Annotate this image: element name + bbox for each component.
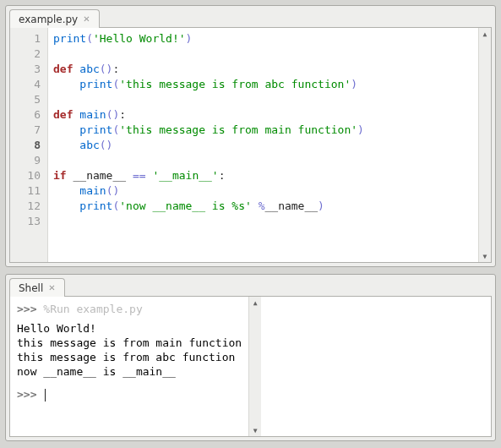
shell-content-wrap: >>> %Run example.py Hello World! this me… xyxy=(9,296,492,437)
editor-tab-label: example.py xyxy=(19,14,78,25)
line-number: 2 xyxy=(14,46,41,62)
code-line: print('this message is from main functio… xyxy=(53,123,473,138)
editor-pane: example.py ✕ 12345678910111213 print('He… xyxy=(5,5,496,267)
shell-scrollbar[interactable]: ▲ ▼ xyxy=(248,297,261,436)
shell-blank xyxy=(17,379,242,387)
code-line: print('now __name__ is %s' %__name__) xyxy=(53,199,473,214)
scroll-up-icon[interactable]: ▲ xyxy=(479,28,491,40)
code-line: print('Hello World!') xyxy=(53,31,473,46)
shell-output[interactable]: >>> %Run example.py Hello World! this me… xyxy=(10,297,248,436)
scroll-down-icon[interactable]: ▼ xyxy=(479,250,491,262)
shell-input-line[interactable]: >>> xyxy=(17,387,242,402)
code-line: def abc(): xyxy=(53,62,473,77)
editor-tabbar: example.py ✕ xyxy=(6,6,495,28)
shell-prompt: >>> xyxy=(17,388,36,401)
line-number: 10 xyxy=(14,168,41,183)
close-icon[interactable]: ✕ xyxy=(83,15,90,24)
close-icon[interactable]: ✕ xyxy=(48,284,55,292)
scroll-down-icon[interactable]: ▼ xyxy=(249,424,261,436)
line-number: 12 xyxy=(14,199,41,214)
shell-tab[interactable]: Shell ✕ xyxy=(9,278,65,297)
line-number: 3 xyxy=(14,62,41,77)
line-number: 9 xyxy=(14,153,41,168)
code-line: abc() xyxy=(53,138,473,153)
line-number: 7 xyxy=(14,123,41,138)
line-number: 1 xyxy=(14,31,41,46)
code-line: print('this message is from abc function… xyxy=(53,77,473,92)
editor-content: 12345678910111213 print('Hello World!') … xyxy=(9,27,492,263)
line-number: 6 xyxy=(14,107,41,123)
line-number: 13 xyxy=(14,214,41,229)
shell-output-line: this message is from main function xyxy=(17,336,242,350)
shell-line: >>> %Run example.py xyxy=(17,302,242,316)
scroll-up-icon[interactable]: ▲ xyxy=(249,297,261,309)
cursor-icon xyxy=(45,389,46,402)
shell-pane: Shell ✕ >>> %Run example.py Hello World!… xyxy=(5,274,496,441)
shell-output-line: this message is from abc function xyxy=(17,350,242,364)
line-number: 8 xyxy=(14,138,41,153)
shell-tabbar: Shell ✕ xyxy=(6,275,495,297)
code-line: if __name__ == '__main__': xyxy=(53,168,473,183)
line-number: 4 xyxy=(14,77,41,92)
code-line xyxy=(53,92,473,107)
editor-tab[interactable]: example.py ✕ xyxy=(9,9,100,28)
editor-scrollbar[interactable]: ▲ ▼ xyxy=(478,28,491,262)
code-line xyxy=(53,214,473,229)
line-number: 11 xyxy=(14,183,41,199)
code-line xyxy=(53,46,473,62)
code-line: def main(): xyxy=(53,107,473,123)
shell-output-line: Hello World! xyxy=(17,321,242,336)
code-line xyxy=(53,153,473,168)
shell-tab-label: Shell xyxy=(19,282,43,294)
shell-output-line: now __name__ is __main__ xyxy=(17,364,242,379)
code-area[interactable]: print('Hello World!') def abc(): print('… xyxy=(48,28,478,262)
code-line: main() xyxy=(53,183,473,199)
shell-run-command: %Run example.py xyxy=(43,303,142,315)
line-number: 5 xyxy=(14,92,41,107)
line-gutter: 12345678910111213 xyxy=(10,28,48,262)
